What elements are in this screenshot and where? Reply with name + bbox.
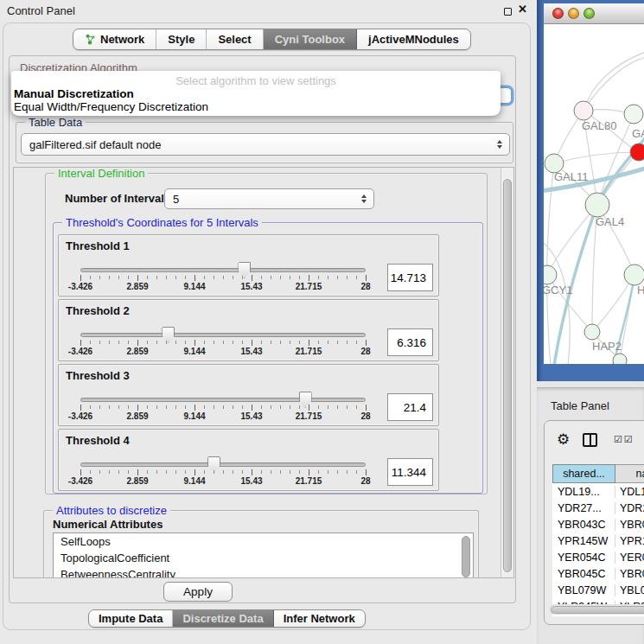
number-of-intervals-combo[interactable]: 5 xyxy=(164,188,374,209)
window-title: Control Panel xyxy=(7,4,75,17)
node-selected-red[interactable] xyxy=(630,143,644,161)
tab-style[interactable]: Style xyxy=(156,29,207,49)
zoom-traffic-light-icon[interactable] xyxy=(583,8,595,19)
combo-stepper-icon xyxy=(361,194,367,203)
numerical-attributes-list[interactable]: SelfLoops TopologicalCoefficient Between… xyxy=(53,532,474,578)
threshold-2-slider[interactable]: -3.4262.8599.14415.4321.71528 xyxy=(80,324,366,359)
network-icon xyxy=(85,34,96,45)
threshold-3-slider[interactable]: -3.4262.8599.14415.4321.71528 xyxy=(80,389,366,424)
tab-cyni-toolbox[interactable]: Cyni Toolbox xyxy=(264,29,357,49)
threshold-3-value-field[interactable]: 21.4 xyxy=(387,393,433,421)
table-data-group: Table Data galFiltered.sif default node xyxy=(16,122,513,163)
threshold-1-panel: Threshold 1 -3.4262.8599.14415.4321.7152… xyxy=(58,234,439,296)
slider-track xyxy=(80,462,366,467)
algorithm-dropdown-popup: Select algorithm to view settings Manual… xyxy=(11,71,501,116)
threshold-2-panel: Threshold 2 -3.4262.8599.14415.4321.7152… xyxy=(58,299,439,361)
node-bottom-partial[interactable] xyxy=(613,354,627,364)
svg-text:GCY1: GCY1 xyxy=(544,284,572,296)
panel-scrollbar[interactable] xyxy=(501,168,513,577)
node-top-right[interactable] xyxy=(624,105,643,124)
svg-text:GAL80: GAL80 xyxy=(582,119,616,132)
network-view-window: GAL80 GA GAL11 GAL4 GCY1 H HAP2 xyxy=(537,0,644,381)
dropdown-hint: Select algorithm to view settings xyxy=(11,74,501,87)
threshold-1-value-field[interactable]: 14.713 xyxy=(387,264,433,291)
table-row[interactable]: YBR043CYBR0 xyxy=(552,516,644,532)
list-item[interactable]: SelfLoops xyxy=(54,533,473,550)
minimize-traffic-light-icon[interactable] xyxy=(568,8,579,19)
tab-select[interactable]: Select xyxy=(207,29,263,49)
column-header-shared[interactable]: shared... xyxy=(552,464,615,483)
control-panel-titlebar: Control Panel ✕ xyxy=(0,0,537,21)
table-row[interactable]: YBR045CYBR0 xyxy=(552,565,644,582)
apply-button[interactable]: Apply xyxy=(163,582,233,602)
svg-text:HAP2: HAP2 xyxy=(592,340,622,353)
number-of-intervals-label: Number of Intervals xyxy=(65,192,170,205)
threshold-4-value-field[interactable]: 11.344 xyxy=(387,458,433,486)
threshold-1-slider[interactable]: -3.4262.8599.14415.4321.71528 xyxy=(80,259,366,294)
interval-definition-group: Interval Definition Number of Intervals … xyxy=(45,173,488,494)
threshold-4-panel: Threshold 4 -3.4262.8599.14415.4321.7152… xyxy=(58,429,439,491)
numerical-attributes-label: Numerical Attributes xyxy=(53,518,163,531)
gear-icon[interactable]: ⚙ xyxy=(557,430,570,448)
attributes-group: Attributes to discretize Numerical Attri… xyxy=(43,510,479,578)
network-nodes xyxy=(544,101,644,364)
table-row[interactable]: YIL052CYIL0 xyxy=(552,615,644,616)
table-frame: ⚙ ☑☑ shared... na YDL19...YDL1 YDR27...Y… xyxy=(544,420,644,625)
list-item[interactable]: TopologicalCoefficient xyxy=(54,550,473,566)
svg-text:GAL11: GAL11 xyxy=(554,170,589,183)
table-row[interactable]: YDR27...YDR2 xyxy=(552,500,644,516)
node-gal4[interactable] xyxy=(585,193,609,217)
table-horizontal-scrollbar[interactable] xyxy=(549,604,644,615)
select-columns-icon[interactable]: ☑☑ xyxy=(614,434,634,445)
threshold-3-panel: Threshold 3 -3.4262.8599.14415.4321.7152… xyxy=(58,364,439,426)
thresholds-group-title: Threshold's Coordinates for 5 Intervals xyxy=(62,216,262,229)
table-row[interactable]: YBL079WYBL0 xyxy=(552,582,644,598)
table-panel: Table Panel ⚙ ☑☑ shared... na YDL19...YD… xyxy=(537,387,644,644)
network-canvas[interactable]: GAL80 GA GAL11 GAL4 GCY1 H HAP2 xyxy=(544,24,644,364)
close-icon[interactable]: ✕ xyxy=(518,3,527,16)
settings-scroll-panel: Interval Definition Number of Intervals … xyxy=(13,167,514,578)
interval-definition-group-title: Interval Definition xyxy=(54,167,148,180)
tab-impute-data[interactable]: Impute Data xyxy=(89,610,173,627)
list-scrollbar[interactable] xyxy=(462,536,470,577)
node-hap2[interactable] xyxy=(584,324,600,340)
table-horizontal-scrollbar-thumb[interactable] xyxy=(551,606,644,614)
list-item[interactable]: BetweennessCentrality xyxy=(54,566,473,578)
column-layout-icon[interactable] xyxy=(583,433,597,447)
network-node-labels: GAL80 GA GAL11 GAL4 GCY1 H HAP2 xyxy=(544,119,644,353)
close-traffic-light-icon[interactable] xyxy=(552,8,564,19)
network-window-titlebar xyxy=(544,3,644,24)
threshold-4-slider[interactable]: -3.4262.8599.14415.4321.71528 xyxy=(80,454,366,488)
combo-stepper-icon xyxy=(497,140,502,149)
slider-track xyxy=(80,333,366,337)
svg-text:H: H xyxy=(637,284,644,296)
table-row[interactable]: YPR145WYPR1 xyxy=(552,532,644,549)
cyni-mode-tabs: Impute Data Discretize Data Infer Networ… xyxy=(88,609,366,628)
svg-text:GAL4: GAL4 xyxy=(596,215,624,228)
table-row[interactable]: YER054CYER0 xyxy=(552,549,644,565)
column-header-name[interactable]: na xyxy=(615,464,644,483)
tab-jactivemnodules[interactable]: jActiveMNodules xyxy=(357,29,470,49)
threshold-2-value-field[interactable]: 6.316 xyxy=(387,328,433,356)
table-data-group-title: Table Data xyxy=(25,116,86,129)
table-data-combo[interactable]: galFiltered.sif default node xyxy=(21,133,510,156)
thresholds-group: Threshold's Coordinates for 5 Intervals … xyxy=(53,222,483,494)
table-row[interactable]: YDL19...YDL1 xyxy=(552,483,644,500)
screen: Control Panel ✕ Network Style Select Cyn… xyxy=(0,0,644,644)
dropdown-option-manual-discretization[interactable]: Manual Discretization xyxy=(14,87,134,100)
control-panel-window: Control Panel ✕ Network Style Select Cyn… xyxy=(0,0,537,644)
table-body: YDL19...YDL1 YDR27...YDR2 YBR043CYBR0 YP… xyxy=(552,483,644,616)
slider-track xyxy=(80,268,366,272)
tab-infer-network[interactable]: Infer Network xyxy=(274,610,365,627)
node-gcy1[interactable] xyxy=(544,265,557,284)
cyni-toolbox-panel: Discretization Algorithm Select algorith… xyxy=(9,55,516,603)
tab-network[interactable]: Network xyxy=(73,29,156,49)
panel-scrollbar-thumb[interactable] xyxy=(503,179,512,572)
node-h[interactable] xyxy=(624,265,644,285)
dropdown-option-equal-width-frequency[interactable]: Equal Width/Frequency Discretization xyxy=(14,100,208,113)
node-gal80[interactable] xyxy=(574,101,593,120)
slider-track xyxy=(80,398,366,402)
tab-discretize-data[interactable]: Discretize Data xyxy=(173,610,273,627)
float-window-icon[interactable] xyxy=(504,8,512,16)
network-graph: GAL80 GA GAL11 GAL4 GCY1 H HAP2 xyxy=(544,24,644,364)
